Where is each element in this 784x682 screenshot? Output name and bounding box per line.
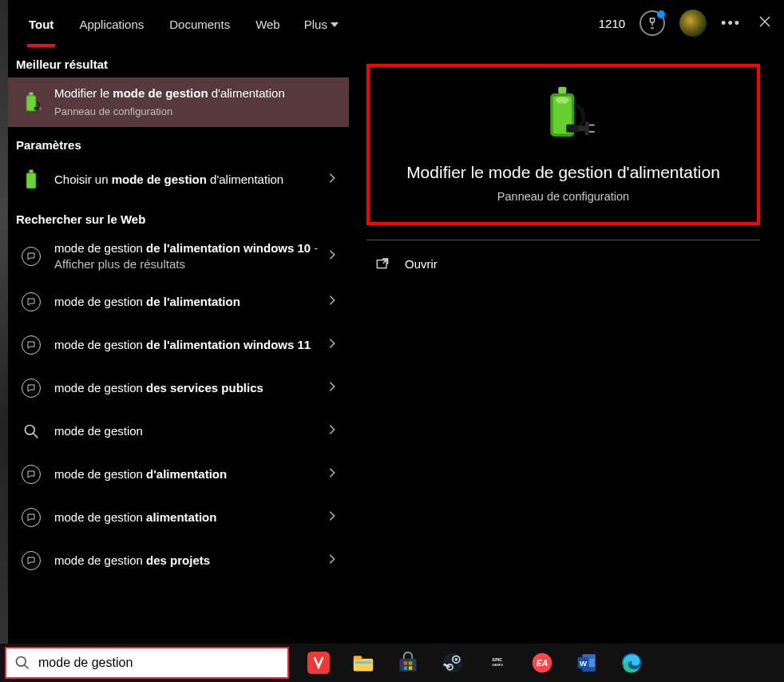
chat-icon xyxy=(18,243,45,270)
svg-line-22 xyxy=(383,259,388,264)
edge-icon[interactable] xyxy=(616,648,647,678)
web-result-text: mode de gestion des services publics xyxy=(54,380,327,396)
tab-more-label: Plus xyxy=(304,18,327,31)
svg-rect-3 xyxy=(30,92,34,95)
close-icon xyxy=(758,15,771,28)
svg-point-16 xyxy=(555,97,568,103)
svg-point-11 xyxy=(26,426,35,435)
svg-rect-27 xyxy=(354,656,362,660)
chevron-down-icon xyxy=(331,22,339,27)
svg-rect-9 xyxy=(30,169,34,172)
web-result-row[interactable]: mode de gestion xyxy=(8,410,349,453)
search-icon xyxy=(18,418,45,445)
web-search-header: Rechercher sur le Web xyxy=(8,201,349,232)
best-result-text: Modifier le mode de gestion d'alimentati… xyxy=(54,85,338,119)
svg-text:GAMES: GAMES xyxy=(492,663,504,667)
preview-column: Modifier le mode de gestion d'alimentati… xyxy=(349,46,784,644)
chevron-right-icon xyxy=(327,553,338,568)
vivaldi-icon[interactable] xyxy=(303,648,334,678)
web-result-row[interactable]: mode de gestion alimentation xyxy=(8,496,349,539)
settings-result-row[interactable]: Choisir un mode de gestion d'alimentatio… xyxy=(8,158,349,201)
web-result-row[interactable]: mode de gestion des services publics xyxy=(8,367,349,410)
best-result-row[interactable]: Modifier le mode de gestion d'alimentati… xyxy=(8,77,349,127)
more-options-button[interactable]: ••• xyxy=(721,15,741,32)
user-avatar[interactable] xyxy=(679,10,707,37)
chevron-right-icon xyxy=(327,467,338,482)
svg-rect-28 xyxy=(355,661,372,664)
chevron-right-icon xyxy=(327,249,338,264)
svg-rect-33 xyxy=(409,666,412,669)
tab-tout[interactable]: Tout xyxy=(16,3,66,44)
preview-title: Modifier le mode de gestion d'alimentati… xyxy=(376,163,750,182)
tab-web[interactable]: Web xyxy=(243,3,293,44)
close-button[interactable] xyxy=(755,15,774,32)
steam-icon[interactable] xyxy=(438,648,468,678)
svg-rect-17 xyxy=(566,125,578,133)
open-icon xyxy=(374,255,390,273)
svg-rect-32 xyxy=(404,666,407,669)
chevron-right-icon xyxy=(327,295,338,309)
chat-icon xyxy=(18,331,45,359)
chevron-right-icon xyxy=(327,510,338,525)
epic-games-icon[interactable]: EPICGAMES xyxy=(482,648,513,678)
web-result-row[interactable]: mode de gestion d'alimentation xyxy=(8,453,349,496)
search-input[interactable] xyxy=(38,656,279,670)
notification-dot-icon xyxy=(657,10,665,18)
search-icon xyxy=(14,655,30,671)
web-result-text: mode de gestion de l'alimentation xyxy=(54,294,327,310)
svg-rect-10 xyxy=(27,173,35,188)
web-result-row[interactable]: mode de gestion de l'alimentation window… xyxy=(8,323,349,367)
desktop-edge xyxy=(0,0,8,644)
svg-rect-29 xyxy=(400,659,417,672)
web-result-text: mode de gestion de l'alimentation window… xyxy=(54,337,327,353)
tab-more[interactable]: Plus xyxy=(293,3,350,44)
web-results-list: mode de gestion de l'alimentation window… xyxy=(8,232,349,583)
chat-icon xyxy=(18,547,45,574)
battery-icon xyxy=(18,89,45,116)
web-result-text: mode de gestion d'alimentation xyxy=(54,466,327,482)
svg-text:EPIC: EPIC xyxy=(493,657,502,662)
chat-icon xyxy=(18,461,45,488)
svg-rect-4 xyxy=(27,96,35,110)
battery-large-icon xyxy=(530,81,597,149)
svg-rect-26 xyxy=(354,659,374,672)
open-label: Ouvrir xyxy=(405,257,438,271)
results-column: Meilleur résultat Modifier le mode de ge… xyxy=(8,46,349,644)
microsoft-store-icon[interactable] xyxy=(393,648,423,678)
chevron-right-icon xyxy=(327,381,338,395)
web-result-text: mode de gestion alimentation xyxy=(54,510,327,525)
chevron-right-icon xyxy=(327,424,338,438)
ea-app-icon[interactable]: EA xyxy=(527,648,557,678)
web-result-row[interactable]: mode de gestion des projets xyxy=(8,539,349,582)
open-action[interactable]: Ouvrir xyxy=(366,240,760,287)
search-tabs-bar: Tout Applications Documents Web Plus 121… xyxy=(8,0,784,46)
rewards-badge[interactable] xyxy=(639,10,665,36)
best-result-header: Meilleur résultat xyxy=(8,46,349,77)
tab-applications[interactable]: Applications xyxy=(66,3,156,44)
svg-text:EA: EA xyxy=(537,658,548,668)
taskbar-apps: EPICGAMES EA W xyxy=(289,648,647,678)
rewards-count[interactable]: 1210 xyxy=(599,17,625,30)
search-panel: Meilleur résultat Modifier le mode de ge… xyxy=(8,46,784,644)
web-result-row[interactable]: mode de gestion de l'alimentation xyxy=(8,280,349,323)
svg-rect-5 xyxy=(34,107,38,109)
svg-point-23 xyxy=(17,657,26,667)
battery-icon xyxy=(18,166,45,193)
web-result-text: mode de gestion des projets xyxy=(54,553,327,569)
preview-subtitle: Panneau de configuration xyxy=(376,190,750,203)
web-result-row[interactable]: mode de gestion de l'alimentation window… xyxy=(8,232,349,281)
svg-rect-31 xyxy=(409,661,412,664)
taskbar-search-box[interactable] xyxy=(5,647,289,679)
file-explorer-icon[interactable] xyxy=(348,648,378,678)
tab-documents[interactable]: Documents xyxy=(156,3,243,44)
svg-rect-25 xyxy=(307,652,330,674)
svg-line-12 xyxy=(34,434,38,438)
settings-header: Paramètres xyxy=(8,127,349,158)
svg-point-36 xyxy=(455,658,458,661)
best-result-sub: Panneau de configuration xyxy=(54,105,338,119)
chevron-right-icon xyxy=(327,172,338,187)
word-icon[interactable]: W xyxy=(572,648,602,678)
preview-hero: Modifier le mode de gestion d'alimentati… xyxy=(366,64,760,225)
svg-rect-30 xyxy=(404,661,407,664)
svg-point-34 xyxy=(443,653,463,673)
